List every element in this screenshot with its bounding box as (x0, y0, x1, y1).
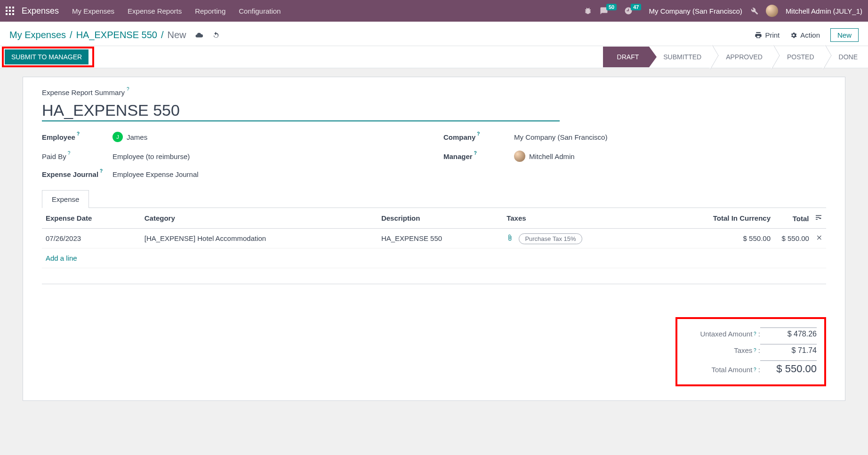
clock-badge: 47 (631, 4, 641, 10)
nav-expense-reports[interactable]: Expense Reports (128, 7, 182, 15)
discard-icon[interactable] (212, 31, 220, 40)
expense-lines-table: Expense Date Category Description Taxes … (42, 208, 826, 284)
stage-draft[interactable]: DRAFT (603, 47, 650, 67)
summary-label: Expense Report Summary? (42, 88, 826, 96)
manager-avatar (514, 151, 525, 162)
gear-icon (790, 32, 797, 39)
submit-highlight: SUBMIT TO MANAGER (2, 47, 94, 67)
help-icon[interactable]: ? (77, 131, 80, 139)
help-icon[interactable]: ? (752, 348, 756, 353)
print-button[interactable]: Print (755, 31, 780, 39)
total-amount: $ 550.00 (760, 360, 817, 375)
paidby-field[interactable]: Employee (to reimburse) (113, 152, 190, 160)
manager-field[interactable]: Mitchell Admin (514, 151, 575, 162)
col-total[interactable]: Total (793, 215, 809, 223)
nav-user[interactable]: Mitchell Admin (JULY_1) (786, 7, 862, 15)
taxes-amount: $ 71.74 (760, 344, 817, 355)
breadcrumb-root[interactable]: My Expenses (9, 30, 66, 40)
help-icon[interactable]: ? (68, 151, 71, 159)
help-icon[interactable]: ? (127, 87, 129, 92)
wrench-icon[interactable] (750, 7, 758, 15)
report-title-input[interactable] (42, 99, 560, 121)
cell-total: $ 550.00 (781, 234, 809, 242)
stage-approved[interactable]: APPROVED (712, 47, 773, 67)
messages-badge: 50 (606, 4, 617, 10)
cell-description: HA_EXPENSE 550 (378, 229, 503, 248)
stage-done[interactable]: DONE (825, 47, 868, 67)
col-category[interactable]: Category (141, 208, 378, 229)
cell-date: 07/26/2023 (42, 229, 141, 248)
new-button[interactable]: New (830, 28, 859, 42)
help-icon[interactable]: ? (100, 168, 103, 176)
tab-expense[interactable]: Expense (42, 190, 89, 208)
user-avatar[interactable] (766, 5, 778, 17)
top-nav: Expenses My Expenses Expense Reports Rep… (0, 0, 868, 22)
help-icon[interactable]: ? (752, 331, 756, 336)
nav-configuration[interactable]: Configuration (239, 7, 281, 15)
breadcrumb-mid[interactable]: HA_EXPENSE 550 (76, 30, 157, 40)
stage-posted[interactable]: POSTED (773, 47, 825, 67)
nav-reporting[interactable]: Reporting (195, 7, 225, 15)
breadcrumb: My Expenses / HA_EXPENSE 550 / New (9, 30, 220, 40)
delete-row-icon[interactable] (816, 234, 822, 241)
cell-category: [HA_EXPENSE] Hotel Accommodation (141, 229, 378, 248)
col-date[interactable]: Expense Date (42, 208, 141, 229)
attachment-icon[interactable] (506, 234, 513, 241)
submit-to-manager-button[interactable]: SUBMIT TO MANAGER (5, 49, 88, 64)
help-icon[interactable]: ? (752, 367, 756, 372)
nav-company[interactable]: My Company (San Francisco) (649, 7, 742, 15)
bug-icon[interactable] (584, 7, 592, 15)
form-sheet: Expense Report Summary? Employee? J Jame… (23, 77, 845, 401)
add-line-link[interactable]: Add a line (46, 254, 77, 262)
print-icon (755, 32, 762, 39)
action-button[interactable]: Action (790, 31, 820, 39)
breadcrumb-leaf: New (168, 30, 186, 40)
table-row[interactable]: 07/26/2023 [HA_EXPENSE] Hotel Accommodat… (42, 229, 826, 248)
col-total-currency[interactable]: Total In Currency (655, 208, 775, 229)
help-icon[interactable]: ? (477, 131, 480, 139)
stage-submitted[interactable]: SUBMITTED (649, 47, 712, 67)
col-taxes[interactable]: Taxes (503, 208, 655, 229)
cloud-save-icon[interactable] (195, 31, 203, 40)
totals-highlight: Untaxed Amount ? : $ 478.26 Taxes ? : $ … (675, 317, 826, 386)
col-description[interactable]: Description (378, 208, 503, 229)
nav-my-expenses[interactable]: My Expenses (72, 7, 114, 15)
employee-avatar: J (113, 132, 123, 142)
cell-total-currency: $ 550.00 (655, 229, 775, 248)
status-bar: SUBMIT TO MANAGER DRAFT SUBMITTED APPROV… (0, 46, 868, 68)
cell-taxes: Purchase Tax 15% (503, 229, 655, 248)
company-field[interactable]: My Company (San Francisco) (514, 133, 607, 141)
untaxed-amount: $ 478.26 (760, 327, 817, 338)
help-icon[interactable]: ? (474, 151, 477, 159)
tax-pill[interactable]: Purchase Tax 15% (519, 233, 582, 244)
control-bar: My Expenses / HA_EXPENSE 550 / New Print… (0, 22, 868, 46)
employee-field[interactable]: J James (113, 132, 147, 142)
apps-icon[interactable] (6, 7, 14, 15)
journal-field[interactable]: Employee Expense Journal (113, 170, 199, 178)
nav-brand[interactable]: Expenses (22, 6, 59, 16)
columns-config-icon[interactable] (815, 214, 822, 221)
